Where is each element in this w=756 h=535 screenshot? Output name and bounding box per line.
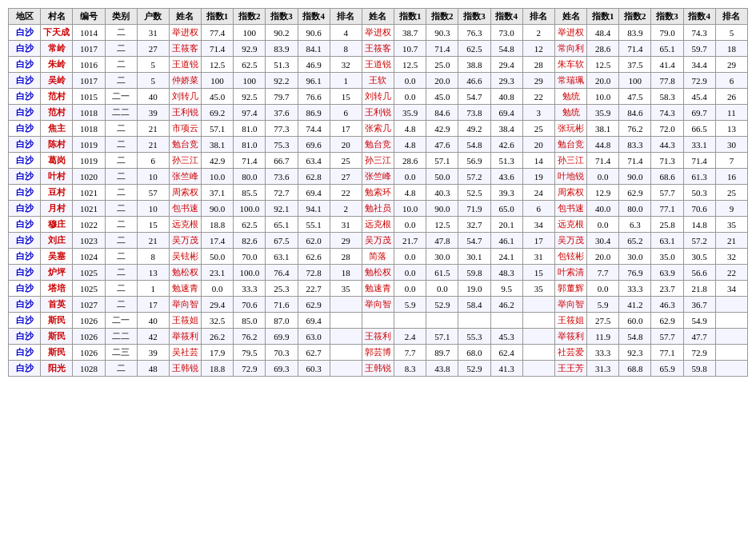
table-cell: 62.9 bbox=[298, 297, 330, 313]
table-row: 白沙首英1027二17举向智29.470.671.662.9举向智5.952.9… bbox=[9, 297, 748, 313]
table-cell: 白沙 bbox=[9, 57, 41, 73]
table-cell: 王利锐 bbox=[362, 105, 394, 121]
table-cell: 叶村 bbox=[41, 169, 73, 185]
table-cell: 白沙 bbox=[9, 249, 41, 265]
table-cell: 21 bbox=[137, 137, 169, 153]
table-cell: 47.7 bbox=[683, 329, 715, 345]
table-cell: 74.4 bbox=[298, 121, 330, 137]
table-cell: 92.9 bbox=[234, 41, 266, 57]
table-cell: 17 bbox=[522, 233, 554, 249]
table-cell: 45.0 bbox=[426, 89, 458, 105]
table-cell: 14 bbox=[522, 153, 554, 169]
table-cell bbox=[490, 313, 522, 329]
table-cell bbox=[330, 297, 362, 313]
table-cell: 29 bbox=[522, 73, 554, 89]
table-cell: 22.7 bbox=[298, 281, 330, 297]
table-cell: 32 bbox=[715, 249, 747, 265]
table-row: 白沙斯民1026二一40王筱姐32.585.087.069.4王筱姐27.560… bbox=[9, 313, 748, 329]
table-row: 白沙塔培1025二1勉速青0.033.325.322.735勉速青0.00.01… bbox=[9, 281, 748, 297]
table-cell: 二 bbox=[105, 41, 137, 57]
table-cell: 72.9 bbox=[683, 73, 715, 89]
table-cell: 33.3 bbox=[234, 281, 266, 297]
table-cell: 47.5 bbox=[619, 89, 651, 105]
table-cell: 20 bbox=[330, 137, 362, 153]
table-cell: 1014 bbox=[73, 25, 105, 41]
table-cell: 29.4 bbox=[202, 297, 234, 313]
table-cell: 39.3 bbox=[490, 185, 522, 201]
table-cell bbox=[330, 345, 362, 361]
table-cell: 57.1 bbox=[426, 329, 458, 345]
col-idx3: 指数3 bbox=[266, 9, 298, 25]
table-cell bbox=[458, 313, 490, 329]
table-cell bbox=[522, 345, 554, 361]
table-cell: 100 bbox=[619, 73, 651, 89]
table-cell: 54.8 bbox=[490, 41, 522, 57]
table-cell: 65.0 bbox=[490, 201, 522, 217]
table-cell: 1018 bbox=[73, 105, 105, 121]
table-cell: 57.2 bbox=[458, 169, 490, 185]
table-cell: 61.5 bbox=[426, 265, 458, 281]
table-row: 白沙豆村1021二57周索权37.185.572.769.422勉索环4.840… bbox=[9, 185, 748, 201]
table-cell: 81.0 bbox=[234, 137, 266, 153]
table-cell: 塔培 bbox=[41, 281, 73, 297]
table-cell: 二二 bbox=[105, 105, 137, 121]
table-cell: 9.5 bbox=[490, 281, 522, 297]
table-cell: 57.1 bbox=[426, 153, 458, 169]
table-cell: 71.4 bbox=[619, 41, 651, 57]
table-cell: 勉速青 bbox=[169, 281, 201, 297]
table-cell: 1026 bbox=[73, 345, 105, 361]
table-cell: 54.9 bbox=[683, 313, 715, 329]
table-cell: 白沙 bbox=[9, 89, 41, 105]
table-cell: 勉统 bbox=[554, 89, 586, 105]
table-cell: 62.8 bbox=[298, 169, 330, 185]
table-cell: 90.0 bbox=[619, 169, 651, 185]
table-cell: 吴岭 bbox=[41, 73, 73, 89]
table-cell: 65.1 bbox=[651, 41, 683, 57]
table-cell: 30.5 bbox=[683, 249, 715, 265]
table-cell: 38.7 bbox=[394, 25, 426, 41]
table-cell: 7.7 bbox=[394, 345, 426, 361]
col-id: 编号 bbox=[73, 9, 105, 25]
table-cell: 王道锐 bbox=[362, 57, 394, 73]
table-cell: 郭董辉 bbox=[554, 281, 586, 297]
table-cell: 1020 bbox=[73, 169, 105, 185]
table-cell: 69.4 bbox=[298, 313, 330, 329]
table-cell: 刘庄 bbox=[41, 233, 73, 249]
table-cell: 65.1 bbox=[266, 217, 298, 233]
table-cell: 白沙 bbox=[9, 105, 41, 121]
col-type: 类别 bbox=[105, 9, 137, 25]
table-cell: 59.8 bbox=[458, 265, 490, 281]
table-cell: 0.0 bbox=[394, 169, 426, 185]
table-cell bbox=[426, 313, 458, 329]
table-cell: 40.0 bbox=[587, 201, 619, 217]
table-cell: 10.0 bbox=[202, 169, 234, 185]
table-cell bbox=[522, 361, 554, 377]
table-cell: 18 bbox=[330, 265, 362, 281]
table-cell: 二一 bbox=[105, 89, 137, 105]
table-cell: 斯民 bbox=[41, 329, 73, 345]
table-cell bbox=[715, 313, 747, 329]
table-cell: 23.1 bbox=[202, 265, 234, 281]
table-cell: 76.3 bbox=[458, 25, 490, 41]
table-cell: 56.6 bbox=[683, 265, 715, 281]
table-cell: 远克根 bbox=[554, 217, 586, 233]
table-cell: 勉统 bbox=[554, 105, 586, 121]
table-cell: 周索权 bbox=[554, 185, 586, 201]
table-cell: 71.4 bbox=[426, 41, 458, 57]
table-cell: 张索几 bbox=[362, 121, 394, 137]
table-cell: 二 bbox=[105, 217, 137, 233]
table-cell: 70.0 bbox=[234, 249, 266, 265]
table-cell: 远克根 bbox=[169, 217, 201, 233]
table-cell: 15 bbox=[522, 265, 554, 281]
table-cell: 71.4 bbox=[683, 153, 715, 169]
table-row: 白沙叶村1020二10张竺峰10.080.073.662.827张竺峰0.050… bbox=[9, 169, 748, 185]
table-cell: 11 bbox=[715, 105, 747, 121]
table-cell: 6 bbox=[330, 105, 362, 121]
table-cell: 王软 bbox=[362, 73, 394, 89]
table-cell: 20.0 bbox=[426, 73, 458, 89]
col-idx9: 指数1 bbox=[587, 9, 619, 25]
table-cell: 15 bbox=[330, 89, 362, 105]
table-cell: 1016 bbox=[73, 57, 105, 73]
table-cell: 王利锐 bbox=[169, 105, 201, 121]
table-cell: 0.0 bbox=[394, 281, 426, 297]
